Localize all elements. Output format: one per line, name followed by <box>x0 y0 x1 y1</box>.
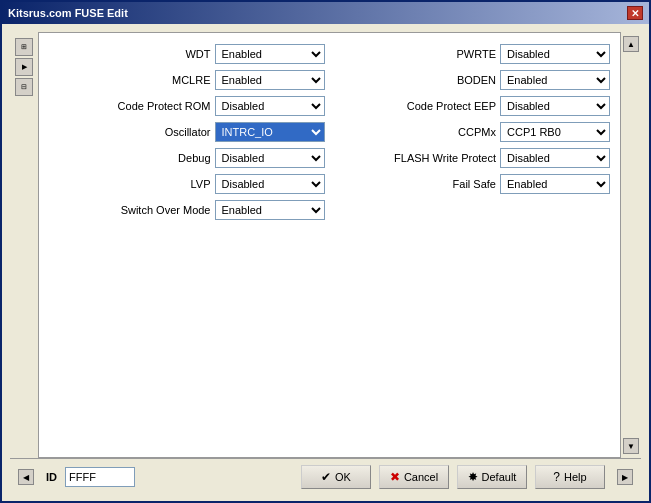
help-label: Help <box>564 471 587 483</box>
bottom-right-arrow[interactable]: ▶ <box>617 469 633 485</box>
left-label-3: Oscillator <box>165 126 211 138</box>
default-label: Default <box>482 471 517 483</box>
left-label-1: MCLRE <box>172 74 211 86</box>
ok-label: OK <box>335 471 351 483</box>
left-label-4: Debug <box>178 152 210 164</box>
right-select-3[interactable]: CCP1 RB0 <box>500 122 610 142</box>
help-button[interactable]: ? Help <box>535 465 605 489</box>
right-row-5: Fail SafeEnabled <box>335 173 611 195</box>
right-row-4: FLASH Write ProtectDisabled <box>335 147 611 169</box>
left-row-2: Code Protect ROMDisabled <box>49 95 325 117</box>
right-label-3: CCPMx <box>458 126 496 138</box>
right-select-2[interactable]: Disabled <box>500 96 610 116</box>
id-input[interactable] <box>65 467 135 487</box>
right-select-5[interactable]: Enabled <box>500 174 610 194</box>
left-nav: ⊞ ▶ ⊟ <box>10 32 38 458</box>
left-select-1[interactable]: Enabled <box>215 70 325 90</box>
left-label-5: LVP <box>191 178 211 190</box>
left-select-6[interactable]: Enabled <box>215 200 325 220</box>
main-window: Kitsrus.com FUSE Edit ✕ ⊞ ▶ ⊟ WDTEnabled… <box>0 0 651 503</box>
left-row-3: OscillatorINTRC_IO <box>49 121 325 143</box>
right-row-3: CCPMxCCP1 RB0 <box>335 121 611 143</box>
left-select-0[interactable]: Enabled <box>215 44 325 64</box>
nav-icon-2[interactable]: ▶ <box>15 58 33 76</box>
left-select-4[interactable]: Disabled <box>215 148 325 168</box>
nav-up-btn[interactable]: ▲ <box>623 36 639 52</box>
nav-down-btn[interactable]: ▼ <box>623 438 639 454</box>
bottom-left-arrow[interactable]: ◀ <box>18 469 34 485</box>
left-nav-top: ⊞ ▶ ⊟ <box>15 38 33 96</box>
default-icon: ✸ <box>468 470 478 484</box>
nav-icon-3[interactable]: ⊟ <box>15 78 33 96</box>
inner-content: ⊞ ▶ ⊟ WDTEnabledMCLREEnabledCode Protect… <box>10 32 641 458</box>
nav-icon-1[interactable]: ⊞ <box>15 38 33 56</box>
right-select-0[interactable]: Disabled <box>500 44 610 64</box>
right-select-1[interactable]: Enabled <box>500 70 610 90</box>
left-select-5[interactable]: Disabled <box>215 174 325 194</box>
right-column: PWRTEDisabledBODENEnabledCode Protect EE… <box>335 43 611 447</box>
ok-icon: ✔ <box>321 470 331 484</box>
left-label-2: Code Protect ROM <box>118 100 211 112</box>
right-row-0: PWRTEDisabled <box>335 43 611 65</box>
right-row-2: Code Protect EEPDisabled <box>335 95 611 117</box>
right-label-4: FLASH Write Protect <box>394 152 496 164</box>
right-row-1: BODENEnabled <box>335 69 611 91</box>
right-label-5: Fail Safe <box>453 178 496 190</box>
right-side-nav: ▲ ▼ <box>621 32 641 458</box>
ok-button[interactable]: ✔ OK <box>301 465 371 489</box>
right-select-4[interactable]: Disabled <box>500 148 610 168</box>
left-select-2[interactable]: Disabled <box>215 96 325 116</box>
form-columns: WDTEnabledMCLREEnabledCode Protect ROMDi… <box>49 43 610 447</box>
left-label-6: Switch Over Mode <box>121 204 211 216</box>
left-select-3[interactable]: INTRC_IO <box>215 122 325 142</box>
form-area: WDTEnabledMCLREEnabledCode Protect ROMDi… <box>38 32 621 458</box>
left-column: WDTEnabledMCLREEnabledCode Protect ROMDi… <box>49 43 325 447</box>
default-button[interactable]: ✸ Default <box>457 465 527 489</box>
right-label-2: Code Protect EEP <box>407 100 496 112</box>
left-row-6: Switch Over ModeEnabled <box>49 199 325 221</box>
titlebar: Kitsrus.com FUSE Edit ✕ <box>2 2 649 24</box>
close-button[interactable]: ✕ <box>627 6 643 20</box>
cancel-label: Cancel <box>404 471 438 483</box>
left-label-0: WDT <box>185 48 210 60</box>
left-row-5: LVPDisabled <box>49 173 325 195</box>
left-row-1: MCLREEnabled <box>49 69 325 91</box>
right-label-0: PWRTE <box>456 48 496 60</box>
left-row-4: DebugDisabled <box>49 147 325 169</box>
id-label: ID <box>46 471 57 483</box>
left-row-0: WDTEnabled <box>49 43 325 65</box>
right-label-1: BODEN <box>457 74 496 86</box>
bottom-bar: ◀ ID ✔ OK ✖ Cancel ✸ Default ? Help ▶ <box>10 458 641 493</box>
window-title: Kitsrus.com FUSE Edit <box>8 7 128 19</box>
help-icon: ? <box>553 470 560 484</box>
cancel-icon: ✖ <box>390 470 400 484</box>
content-area: ⊞ ▶ ⊟ WDTEnabledMCLREEnabledCode Protect… <box>2 24 649 501</box>
cancel-button[interactable]: ✖ Cancel <box>379 465 449 489</box>
